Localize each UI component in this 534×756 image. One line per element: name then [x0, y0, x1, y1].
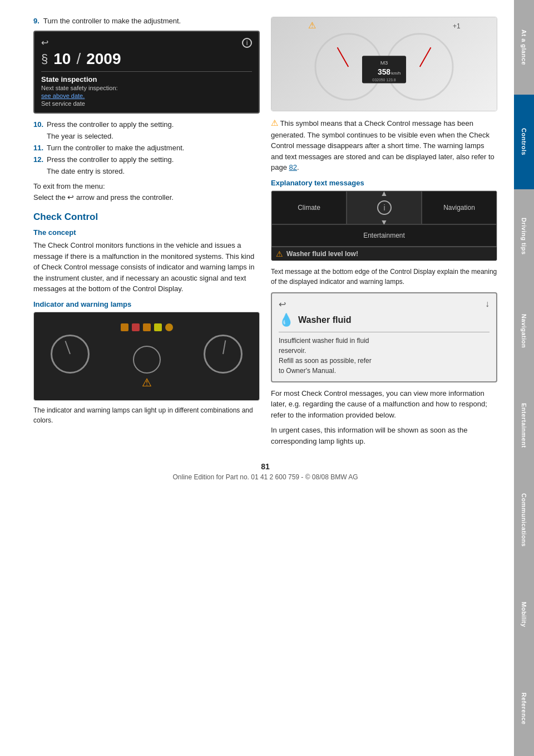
- warning-icon-1: [121, 323, 128, 331]
- wf-line1: Insufficient washer fluid in fluid: [279, 336, 490, 346]
- wf-back-icon: ↩: [279, 299, 286, 310]
- warning-icons-row: [121, 323, 173, 331]
- speedo-svg: M3 358 km/h 032050 123.8 ⚠ +1: [271, 17, 497, 111]
- display-mockup: ↩ i § 10 / 2009 State inspection Next st…: [33, 31, 260, 114]
- wf-title-row: 💧 Washer fluid: [279, 313, 490, 327]
- ctrl-nav-row: Climate ▲ i ▼: [271, 191, 497, 224]
- navigation-label: Navigation: [443, 204, 475, 212]
- display-date-row: § 10 / 2009: [41, 50, 252, 68]
- wf-line3: Refill as soon as possible, refer: [279, 356, 490, 366]
- svg-text:358: 358: [378, 67, 390, 76]
- step-9-text: Turn the controller to make the adjustme…: [43, 17, 181, 25]
- sidebar-item-communications[interactable]: Communications: [514, 473, 534, 567]
- step-10: 10. Press the controller to apply the se…: [33, 120, 260, 129]
- check-control-heading: Check Control: [33, 212, 260, 223]
- sidebar-item-at-glance[interactable]: At a glance: [514, 0, 534, 95]
- step-12-text: Press the controller to apply the settin…: [47, 155, 174, 164]
- display-top-row: ↩ i: [41, 37, 252, 48]
- warning-body-text: ⚠ This symbol means that a Check Control…: [271, 117, 497, 173]
- sidebar-item-navigation[interactable]: Navigation: [514, 283, 534, 378]
- step-10-sub-text: The year is selected.: [47, 132, 113, 140]
- nav-up-arrow: ▲: [380, 190, 388, 198]
- svg-text:i: i: [383, 203, 385, 212]
- indicator-caption: The indicator and warning lamps can ligh…: [33, 405, 260, 425]
- display-divider: [41, 71, 252, 72]
- sidebar-item-reference[interactable]: Reference: [514, 661, 534, 756]
- for-most-text: For most Check Control messages, you can…: [271, 388, 497, 421]
- ctrl-climate-cell: Climate: [271, 191, 347, 224]
- left-column: 9. Turn the controller to make the adjus…: [33, 17, 260, 451]
- exit-note-line3: arrow and press the controller.: [76, 193, 174, 202]
- ctrl-warning-text: Washer fluid level low!: [286, 250, 358, 258]
- ctrl-display-caption: Text message at the bottom edge of the C…: [271, 267, 497, 287]
- nav-arrows: ▲ i ▼: [374, 190, 394, 229]
- left-gauge: [51, 335, 90, 374]
- speedo-inner: M3 358 km/h 032050 123.8 ⚠ +1: [271, 17, 497, 111]
- center-gauge: [133, 346, 161, 374]
- washer-fluid-title: Washer fluid: [298, 315, 351, 325]
- concept-heading: The concept: [33, 228, 260, 237]
- entertainment-label: Entertainment: [363, 232, 405, 239]
- indicator-heading: Indicator and warning lamps: [33, 300, 260, 308]
- page-number: 81: [261, 462, 270, 471]
- speedometer-wrapper: M3 358 km/h 032050 123.8 ⚠ +1: [271, 17, 497, 111]
- step-11-text: Turn the controller to make the adjustme…: [47, 144, 184, 152]
- step-11: 11. Turn the controller to make the adju…: [33, 144, 260, 152]
- ctrl-center-cell: ▲ i ▼: [347, 191, 422, 224]
- display-link: see above date.: [41, 92, 252, 99]
- display-item: Set service date: [41, 100, 252, 107]
- display-month: 10: [53, 50, 71, 68]
- display-mockup-wrapper: ↩ i § 10 / 2009 State inspection Next st…: [33, 31, 260, 114]
- page-reference-link: 82: [289, 163, 297, 171]
- warning-icon-2: [132, 323, 140, 331]
- sidebar: At a glance Controls Driving tips Naviga…: [514, 0, 534, 756]
- wf-line4: to Owner's Manual.: [279, 366, 490, 376]
- instrument-cluster-image: ⚠: [33, 312, 260, 401]
- step-9-number: 9.: [33, 17, 39, 25]
- page-number-row: 81: [33, 462, 497, 471]
- svg-line-2: [338, 47, 349, 67]
- warning-text-content: This symbol means that a Check Control m…: [271, 119, 495, 171]
- exit-arrow-icon: ↩: [67, 193, 74, 202]
- washer-fluid-icon: 💧: [279, 313, 294, 327]
- in-urgent-text: In urgent cases, this information will b…: [271, 425, 497, 446]
- ctrl-warning-bar: ⚠ Washer fluid level low!: [271, 247, 497, 261]
- steps-list: 10. Press the controller to apply the se…: [33, 120, 260, 175]
- control-display-mockup: Climate ▲ i ▼: [271, 190, 497, 261]
- step-10-sub: The year is selected.: [33, 132, 260, 140]
- warning-icon-5: [165, 323, 173, 331]
- exit-note: To exit from the menu:: [33, 182, 260, 190]
- warning-triangle-icon: ⚠: [271, 118, 278, 127]
- explanatory-heading: Explanatory text messages: [271, 179, 497, 187]
- step-12: 12. Press the controller to apply the se…: [33, 155, 260, 164]
- warning-icon-4: [154, 323, 162, 331]
- right-column: M3 358 km/h 032050 123.8 ⚠ +1: [271, 17, 497, 451]
- right-gauge: [204, 335, 243, 374]
- info-center-icon: i: [377, 200, 392, 215]
- two-column-layout: 9. Turn the controller to make the adjus…: [33, 17, 497, 451]
- speedometer-image: M3 358 km/h 032050 123.8 ⚠ +1: [271, 17, 497, 111]
- instrument-cluster-wrapper: ⚠: [33, 312, 260, 401]
- wf-line2: reservoir.: [279, 346, 490, 356]
- sidebar-item-mobility[interactable]: Mobility: [514, 567, 534, 662]
- back-arrow-icon: ↩: [41, 37, 48, 48]
- washer-fluid-body: Insufficient washer fluid in fluid reser…: [279, 336, 490, 376]
- ctrl-entertainment-cell: Entertainment: [271, 224, 497, 247]
- center-warning-lamp: ⚠: [142, 376, 152, 389]
- info-icon: i: [242, 38, 252, 48]
- step-12-sub: The date entry is stored.: [33, 167, 260, 175]
- exit-note-line1: To exit from the menu:: [33, 182, 105, 190]
- exit-note-select: Select the: [33, 193, 66, 202]
- footer-text: Online Edition for Part no. 01 41 2 600 …: [33, 473, 497, 481]
- warning-icon-3: [143, 323, 151, 331]
- sidebar-item-entertainment[interactable]: Entertainment: [514, 378, 534, 473]
- sidebar-item-controls[interactable]: Controls: [514, 95, 534, 189]
- wf-down-icon: ↓: [485, 299, 490, 309]
- display-year: 2009: [86, 50, 121, 68]
- step-9-intro: 9. Turn the controller to make the adjus…: [33, 17, 260, 25]
- washer-fluid-wrapper: ↩ ↓ 💧 Washer fluid Insufficient washer f…: [271, 292, 497, 382]
- warning-bar-icon: ⚠: [276, 249, 283, 258]
- sidebar-item-driving-tips[interactable]: Driving tips: [514, 189, 534, 284]
- concept-text: The Check Control monitors functions in …: [33, 240, 260, 294]
- wf-top-row: ↩ ↓: [279, 299, 490, 310]
